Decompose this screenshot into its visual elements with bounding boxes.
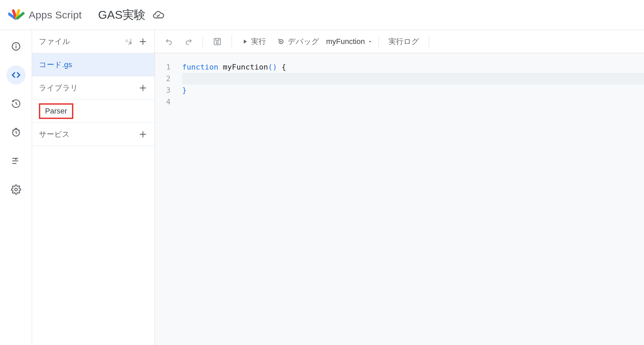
line-number: 1 <box>155 61 171 73</box>
svg-rect-5 <box>15 46 16 49</box>
code-line <box>182 96 644 108</box>
main: ファイル AZ コード.gs ライブラリ Parser <box>0 30 644 345</box>
left-rail <box>0 30 32 345</box>
save-button[interactable] <box>208 35 226 48</box>
add-file-button[interactable] <box>138 37 148 46</box>
debug-button[interactable]: デバッグ <box>273 34 323 49</box>
apps-script-logo-icon[interactable] <box>8 7 25 23</box>
rail-executions[interactable] <box>6 151 26 170</box>
run-label: 実行 <box>251 36 266 47</box>
toolbar-separator <box>379 35 379 48</box>
function-name: myFunction <box>326 37 365 46</box>
identifier: myFunction <box>218 63 268 71</box>
editor: 実行 デバッグ myFunction 実行ログ 1 2 3 4 <box>155 30 644 345</box>
keyword: function <box>182 63 218 71</box>
function-select[interactable]: myFunction <box>326 37 373 46</box>
log-label: 実行ログ <box>389 36 419 47</box>
svg-text:A: A <box>125 39 128 43</box>
services-label: サービス <box>39 129 70 139</box>
files-actions: AZ <box>125 37 148 46</box>
app-name: Apps Script <box>29 9 82 21</box>
add-library-button[interactable] <box>138 83 148 93</box>
cloud-status-icon[interactable] <box>152 9 164 21</box>
chevron-down-icon <box>367 39 373 45</box>
undo-button[interactable] <box>160 35 177 48</box>
code-line <box>182 73 644 85</box>
svg-point-8 <box>15 188 17 191</box>
libraries-section-header: ライブラリ <box>32 76 155 100</box>
code-line: } <box>182 85 644 96</box>
svg-point-12 <box>216 42 218 44</box>
redo-button[interactable] <box>180 35 197 48</box>
sidebar: ファイル AZ コード.gs ライブラリ Parser <box>32 30 155 345</box>
toolbar-separator <box>232 35 232 48</box>
line-number: 2 <box>155 73 171 85</box>
rail-overview[interactable] <box>6 37 26 56</box>
line-number: 3 <box>155 85 171 96</box>
library-item[interactable]: Parser <box>32 100 155 123</box>
editor-toolbar: 実行 デバッグ myFunction 実行ログ <box>155 30 644 53</box>
header: Apps Script GAS実験 <box>0 0 644 30</box>
rail-triggers-history[interactable] <box>6 94 26 113</box>
svg-rect-6 <box>15 44 16 45</box>
debug-label: デバッグ <box>288 36 319 47</box>
toolbar-separator <box>429 35 429 48</box>
services-section-header: サービス <box>32 123 155 146</box>
brace: { <box>277 63 286 71</box>
files-label: ファイル <box>39 36 70 47</box>
files-section-header: ファイル AZ <box>32 30 155 53</box>
library-name: Parser <box>45 107 67 115</box>
line-number: 4 <box>155 96 171 108</box>
paren: () <box>268 63 277 71</box>
add-service-button[interactable] <box>138 130 148 139</box>
code-area[interactable]: 1 2 3 4 function myFunction() { } <box>155 53 644 345</box>
file-name: コード.gs <box>39 60 72 70</box>
toolbar-separator <box>203 35 203 48</box>
execution-log-button[interactable]: 実行ログ <box>384 34 423 49</box>
rail-settings[interactable] <box>6 180 26 199</box>
sort-az-icon[interactable]: AZ <box>125 37 133 46</box>
line-gutter: 1 2 3 4 <box>155 61 175 345</box>
libraries-label: ライブラリ <box>39 83 78 93</box>
code-line: function myFunction() { <box>182 61 644 73</box>
code-content[interactable]: function myFunction() { } <box>175 61 644 345</box>
brace: } <box>182 86 187 94</box>
rail-editor[interactable] <box>6 65 26 85</box>
rail-triggers[interactable] <box>6 123 26 142</box>
project-title[interactable]: GAS実験 <box>98 7 146 23</box>
file-item[interactable]: コード.gs <box>32 53 155 76</box>
library-name-highlight: Parser <box>39 103 73 119</box>
run-button[interactable]: 実行 <box>237 34 270 49</box>
logo-group: Apps Script <box>8 7 82 23</box>
